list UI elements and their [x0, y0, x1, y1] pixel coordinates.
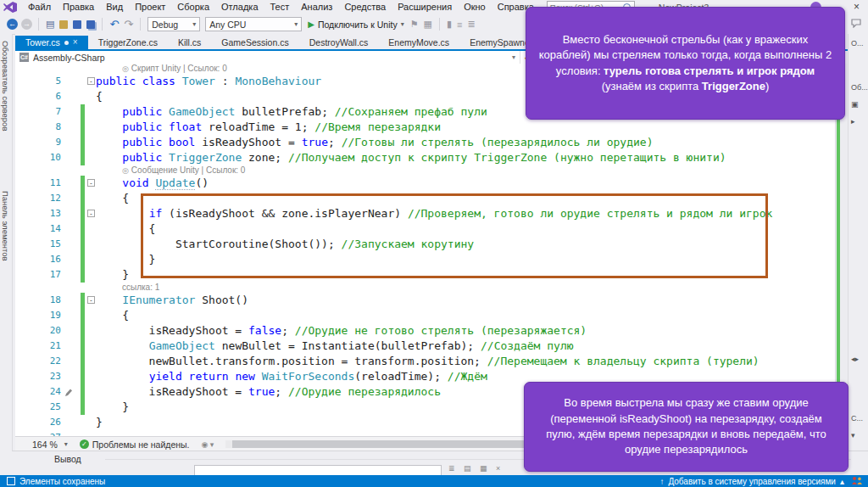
code-line[interactable]: 22 newBullet.transform.position = transf…	[15, 354, 835, 369]
line-number[interactable]: 14	[15, 221, 61, 237]
hot-reload-icon[interactable]: ⚑	[410, 19, 419, 30]
menu-item-5[interactable]: Сборка	[171, 2, 215, 12]
properties-tab[interactable]: Об...	[851, 83, 868, 92]
tab-enemymove-cs[interactable]: EnemyMove.cs	[378, 36, 459, 49]
codelens-text[interactable]: ◎Сообщение Unity | Ссылок: 0	[122, 165, 245, 176]
line-number[interactable]: 21	[15, 339, 61, 354]
fold-toggle[interactable]: -	[87, 296, 95, 304]
navigate-forward-icon[interactable]: →	[21, 19, 32, 30]
add-to-source-control-button[interactable]: ↑ Добавить в систему управления версиями…	[659, 477, 844, 486]
menu-item-11[interactable]: Окно	[458, 2, 492, 12]
line-number[interactable]: 26	[15, 415, 61, 430]
tab-destroywall-cs[interactable]: DestroyWall.cs	[299, 36, 379, 49]
changes-tab[interactable]: C...	[851, 414, 863, 423]
line-number[interactable]: 22	[15, 354, 61, 369]
menu-item-1[interactable]: Файл	[22, 2, 57, 12]
problems-status: Проблемы не найдены.	[92, 439, 190, 450]
fold-toggle[interactable]: -	[87, 179, 95, 187]
chevron-down-icon: ▾	[294, 20, 298, 28]
save-all-icon[interactable]	[86, 20, 95, 29]
indent-increase-icon[interactable]: ≣	[467, 19, 475, 30]
toolbox-tab[interactable]: Панель элементов	[1, 191, 10, 261]
line-number[interactable]: 5	[15, 74, 61, 89]
line-number[interactable]: 20	[15, 323, 61, 339]
line-number[interactable]: 10	[15, 150, 61, 165]
change-bar	[81, 252, 85, 267]
codelens-row[interactable]: ссылка: 1	[15, 283, 835, 293]
fold-toggle[interactable]: -	[87, 77, 95, 85]
code-text: public class Tower : MonoBehaviour	[96, 74, 321, 89]
codelens-text[interactable]: ссылка: 1	[122, 283, 159, 293]
line-number[interactable]: 19	[15, 308, 61, 323]
output-toolbar-icons[interactable]: ≣ ▤ ▦ ×	[448, 464, 504, 473]
line-number[interactable]: 18	[15, 293, 61, 308]
tab-tower[interactable]: Tower.cs ×	[15, 36, 88, 49]
zoom-dropdown[interactable]: 164 % ▾	[32, 439, 68, 450]
code-text: }	[96, 400, 129, 415]
scroll-arrows-icon[interactable]: ◂▸	[851, 355, 859, 363]
line-number[interactable]: 16	[15, 252, 61, 267]
line-number[interactable]: 7	[15, 104, 61, 120]
menu-item-6[interactable]: Отладка	[215, 2, 264, 12]
line-number[interactable]: 24	[15, 384, 61, 400]
line-number[interactable]: 27	[15, 430, 61, 436]
project-scope-dropdown[interactable]: C# Assembly-CSharp ▾	[15, 51, 520, 64]
undo-icon[interactable]: ↶	[109, 18, 119, 31]
document-health-icon[interactable]: ◉ ▾	[202, 440, 214, 449]
code-line[interactable]: 20 isReadyShoot = false; //Орудие не гот…	[15, 323, 835, 339]
new-file-icon[interactable]: ▤	[46, 19, 54, 30]
annotation-callout-bottom: Во время выстрела мы сразу же ставим ору…	[524, 382, 849, 472]
save-icon[interactable]	[73, 20, 81, 29]
code-line[interactable]: 11- void Update()	[15, 176, 835, 191]
line-number[interactable]: 9	[15, 135, 61, 150]
code-line[interactable]: 10 public TriggerZone zone; //Получаем д…	[15, 150, 835, 165]
menu-item-4[interactable]: Проект	[129, 2, 171, 12]
line-number[interactable]: 25	[15, 400, 61, 415]
redo-icon[interactable]: ↷	[124, 18, 133, 31]
line-number[interactable]: 12	[15, 191, 61, 206]
line-number[interactable]: 11	[15, 176, 61, 191]
code-line[interactable]: 19 {	[15, 308, 835, 323]
open-file-icon[interactable]	[59, 20, 68, 29]
line-number[interactable]: 8	[15, 120, 61, 135]
solution-platform-dropdown[interactable]: Any CPU▾	[205, 17, 302, 31]
chevron-up-icon: ▴	[840, 477, 844, 486]
show-all-windows-icon[interactable]: ▦	[424, 19, 432, 30]
codelens-row[interactable]: ◎Сообщение Unity | Ссылок: 0	[15, 165, 835, 176]
chevron-down-icon[interactable]: ▾	[851, 431, 855, 439]
line-number[interactable]: 6	[15, 89, 61, 104]
change-bar	[81, 369, 85, 384]
menu-item-7[interactable]: Тест	[264, 2, 296, 12]
bookmark-icon[interactable]: ▮	[447, 19, 452, 30]
attach-to-unity-button[interactable]: ▶ Подключить к Unity ▾	[308, 20, 403, 30]
menu-item-3[interactable]: Вид	[100, 2, 129, 12]
menu-item-2[interactable]: Правка	[57, 2, 100, 12]
solution-explorer-tab[interactable]: О...	[851, 39, 864, 48]
menu-item-8[interactable]: Анализ	[295, 2, 338, 12]
menu-item-9[interactable]: Средства	[338, 2, 392, 12]
close-window-button[interactable]: ×	[850, 0, 863, 14]
codelens-text[interactable]: ◎Скрипт Unity | Ссылок: 0	[122, 64, 227, 74]
indent-decrease-icon[interactable]: ≡	[457, 20, 462, 30]
code-line[interactable]: 8 public float reloadTime = 1; //Время п…	[15, 120, 835, 135]
menu-item-10[interactable]: Расширения	[392, 2, 458, 12]
code-line[interactable]: 9 public bool isReadyShoot = true; //Гот…	[15, 135, 835, 150]
line-number[interactable]: 17	[15, 267, 61, 283]
code-line[interactable]: 18- IEnumerator Shoot()	[15, 293, 835, 308]
tab-gamesession-cs[interactable]: GameSession.cs	[211, 36, 298, 49]
line-number[interactable]: 13	[15, 206, 61, 221]
navigate-back-icon[interactable]: ←	[7, 19, 18, 30]
fold-toggle[interactable]: -	[87, 210, 95, 217]
live-share-people-icon[interactable]	[851, 476, 863, 486]
close-tab-icon[interactable]: ×	[73, 36, 78, 49]
server-explorer-tab[interactable]: Обозреватель серверов	[1, 41, 10, 131]
tab-triggerzone-cs[interactable]: TriggerZone.cs	[88, 36, 168, 49]
line-number[interactable]: 23	[15, 369, 61, 384]
code-line[interactable]: 21 GameObject newBullet = Instantiate(bu…	[15, 339, 835, 354]
send-feedback-icon[interactable]	[851, 19, 861, 30]
window-icon[interactable]: ▣	[851, 100, 859, 109]
expand-panel-icon[interactable]: ▸	[851, 117, 855, 126]
tab-kill-cs[interactable]: Kill.cs	[168, 36, 211, 49]
line-number[interactable]: 15	[15, 237, 61, 252]
solution-configuration-dropdown[interactable]: Debug▾	[147, 17, 200, 31]
